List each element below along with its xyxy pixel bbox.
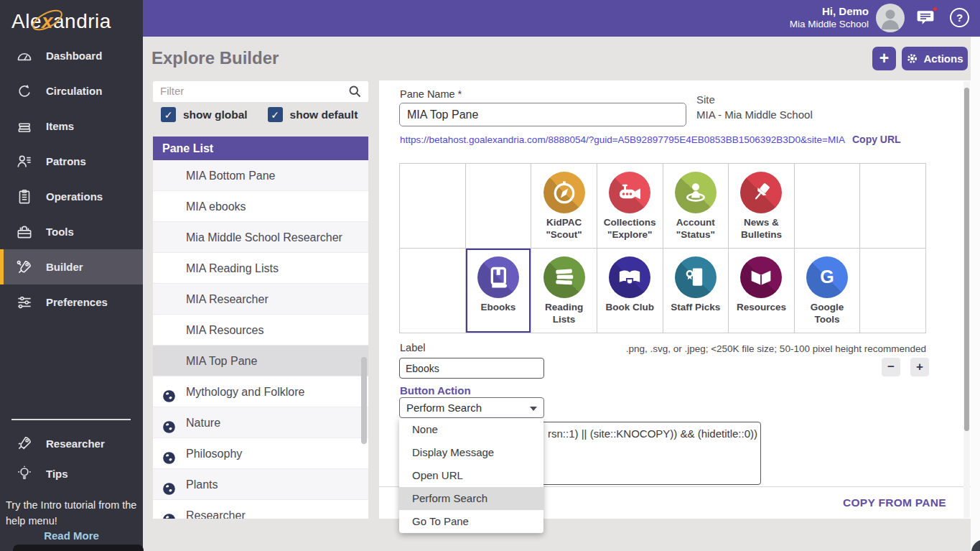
- grid-cell-label: Ebooks: [466, 302, 531, 314]
- pane-list-item[interactable]: Mythology and Folklore: [153, 376, 368, 407]
- sidebar-item-operations[interactable]: Operations: [0, 179, 143, 214]
- main-scrollbar-thumb[interactable]: [964, 88, 969, 431]
- sidebar-item-patrons[interactable]: Patrons: [0, 144, 143, 179]
- sidebar-item-tips[interactable]: Tips: [0, 458, 143, 489]
- pane-name-input[interactable]: [399, 103, 686, 126]
- grid-cell-collections[interactable]: Collections "Explore": [597, 164, 663, 249]
- sidebar-item-label: Dashboard: [46, 50, 102, 62]
- alexandria-logo: Alexandria: [0, 0, 143, 33]
- dropdown-option-perform-search[interactable]: Perform Search: [399, 487, 543, 510]
- open-book-icon: [740, 256, 782, 298]
- pane-list-item-selected[interactable]: MIA Top Pane: [153, 346, 368, 376]
- grid-cell-resources[interactable]: Resources: [729, 249, 795, 333]
- pane-list-item[interactable]: MIA Resources: [153, 315, 368, 346]
- pane-list-item[interactable]: Researcher: [153, 500, 368, 519]
- help-icon[interactable]: ?: [950, 8, 969, 27]
- pane-list-item[interactable]: Mia Middle School Researcher: [153, 222, 368, 253]
- button-action-select[interactable]: Perform Search: [399, 397, 544, 418]
- pane-list-item[interactable]: MIA ebooks: [153, 191, 368, 222]
- sidebar-item-dashboard[interactable]: Dashboard: [0, 38, 143, 73]
- dropdown-option-go-to-pane[interactable]: Go To Pane: [399, 510, 543, 533]
- open-book-cup-icon: [609, 256, 650, 298]
- grid-cell-label: Account "Status": [663, 217, 729, 241]
- sidebar-item-tools[interactable]: Tools: [0, 214, 143, 249]
- user-greeting: Hi, Demo Mia Middle School: [790, 5, 869, 29]
- sidebar-item-items[interactable]: Items: [0, 108, 143, 144]
- sidebar-item-researcher[interactable]: Researcher: [0, 428, 143, 458]
- copy-url-button[interactable]: Copy URL: [852, 134, 901, 145]
- sidebar-item-preferences[interactable]: Preferences: [0, 284, 143, 320]
- sidebar-item-circulation[interactable]: Circulation: [0, 73, 143, 108]
- grid-cell-label: Reading Lists: [531, 302, 597, 326]
- sidebar-item-label: Tools: [46, 226, 74, 238]
- pane-list-header: Pane List: [153, 136, 368, 160]
- grid-cell-staff-picks[interactable]: Staff Picks: [663, 249, 729, 333]
- grid-cell-kidpac[interactable]: KidPAC "Scout": [531, 164, 597, 249]
- grid-cell-news[interactable]: News & Bulletins: [729, 164, 795, 249]
- grid-cell-empty[interactable]: [860, 164, 926, 249]
- grid-cell-empty[interactable]: [400, 164, 466, 249]
- grid-cell-reading-lists[interactable]: Reading Lists: [531, 249, 597, 333]
- clipboard-icon: [14, 187, 34, 207]
- show-default-label: show default: [290, 108, 358, 121]
- grid-cell-label: KidPAC "Scout": [531, 217, 597, 241]
- dropdown-option-none[interactable]: None: [399, 418, 543, 441]
- grid-cell-book-club[interactable]: Book Club: [597, 249, 663, 333]
- pane-list-item[interactable]: Nature: [153, 407, 368, 438]
- grid-cell-ebooks-selected[interactable]: Ebooks: [466, 249, 532, 333]
- sidebar-divider: [11, 419, 131, 420]
- sidebar-item-builder[interactable]: Builder: [0, 249, 143, 284]
- grid-cell-label: Book Club: [597, 302, 663, 314]
- grid-cell-account[interactable]: Account "Status": [663, 164, 729, 249]
- dropdown-option-display-message[interactable]: Display Message: [399, 441, 543, 464]
- avatar[interactable]: [876, 4, 905, 32]
- show-global-checkbox[interactable]: ✓: [161, 107, 176, 122]
- pane-list-item[interactable]: MIA Reading Lists: [153, 253, 368, 284]
- sidebar-item-label: Items: [46, 120, 74, 132]
- add-pane-button[interactable]: +: [872, 47, 896, 70]
- submarine-icon: [609, 172, 650, 213]
- filter-input[interactable]: [153, 81, 345, 101]
- dashboard-icon: [14, 46, 34, 66]
- sidebar-item-label: Patrons: [46, 155, 86, 167]
- search-string-text: rsn::1) || (site::KNOCOPY)) && (hidetitl…: [548, 427, 757, 440]
- grid-cell-google-tools[interactable]: G Google Tools: [795, 249, 861, 333]
- zoom-in-button[interactable]: +: [910, 358, 929, 376]
- grid-cell-label: News & Bulletins: [729, 217, 794, 241]
- pane-list-item[interactable]: Philosophy: [153, 438, 368, 469]
- zoom-out-button[interactable]: −: [882, 358, 900, 376]
- pane-item-label: MIA Researcher: [186, 293, 269, 305]
- button-action-label: Button Action: [400, 384, 471, 397]
- grid-cell-empty[interactable]: [466, 164, 532, 249]
- grid-cell-empty[interactable]: [860, 249, 926, 333]
- sidebar-item-label: Operations: [46, 190, 103, 203]
- pane-list-item[interactable]: Plants: [153, 469, 368, 500]
- pane-item-label: Mia Middle School Researcher: [186, 231, 342, 244]
- google-g-icon: G: [806, 256, 848, 298]
- bottom-bar: [13, 545, 144, 551]
- pane-item-label: Researcher: [186, 509, 246, 519]
- sidebar: Alexandria Dashboard Circulation Items P…: [0, 0, 143, 551]
- pane-url-link[interactable]: https://betahost.goalexandria.com/888805…: [400, 134, 845, 145]
- search-icon[interactable]: [347, 84, 363, 102]
- pane-list-item[interactable]: MIA Researcher: [153, 284, 368, 315]
- builder-rocket-icon: [14, 257, 34, 277]
- grid-cell-empty[interactable]: [400, 249, 466, 333]
- notification-dot: [932, 6, 938, 12]
- pane-list-item[interactable]: MIA Bottom Pane: [153, 160, 368, 191]
- pane-list: Pane List MIA Bottom Pane MIA ebooks Mia…: [153, 136, 368, 519]
- svg-text:G: G: [820, 267, 834, 287]
- globe-icon: [162, 508, 177, 519]
- grid-cell-empty[interactable]: [795, 164, 861, 249]
- sidebar-item-label: Circulation: [46, 85, 102, 97]
- show-default-checkbox[interactable]: ✓: [268, 107, 283, 122]
- sidebar-item-label: Preferences: [46, 296, 108, 308]
- pane-list-scrollbar[interactable]: [361, 357, 367, 444]
- label-input[interactable]: [399, 358, 544, 379]
- read-more-link[interactable]: Read More: [0, 529, 143, 542]
- actions-button[interactable]: Actions: [902, 47, 968, 70]
- messages-icon[interactable]: [915, 8, 937, 28]
- copy-from-pane-button[interactable]: COPY FROM PANE: [843, 496, 946, 509]
- dropdown-option-open-url[interactable]: Open URL: [399, 464, 543, 487]
- books-icon: [14, 116, 34, 136]
